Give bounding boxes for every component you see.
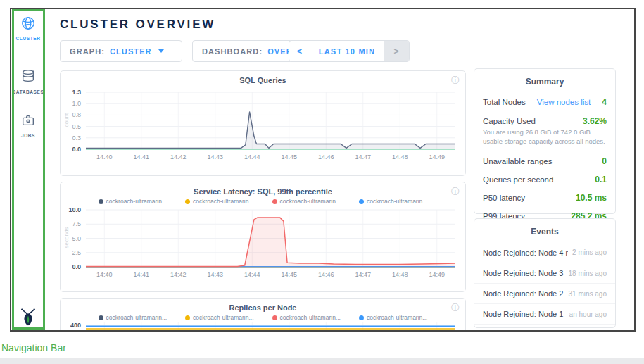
summary-row-p50: P50 latency 10.5 ms (474, 193, 615, 203)
legend-item[interactable]: cockroach-ultramarin... (185, 314, 253, 321)
summary-value: 0 (602, 156, 607, 166)
chart-legend: cockroach-ultramarin...cockroach-ultrama… (61, 314, 465, 321)
summary-value: 4 (602, 97, 607, 107)
legend-item[interactable]: cockroach-ultramarin... (99, 198, 167, 205)
y-axis-tick: 10.0 (61, 206, 81, 213)
database-icon (20, 69, 36, 87)
legend-label: cockroach-ultramarin... (280, 198, 341, 205)
legend-item[interactable]: cockroach-ultramarin... (99, 314, 167, 321)
navigation-bar: CLUSTER DATABASES (11, 9, 45, 330)
briefcase-icon (20, 113, 36, 131)
legend-label: cockroach-ultramarin... (193, 314, 253, 321)
event-row[interactable]: Node Rejoined: Node 3 rej...18 mins ago (474, 263, 615, 283)
sidebar-item-label: DATABASES (13, 89, 44, 94)
x-axis-tick: 14:41 (133, 153, 149, 161)
summary-label: Total Nodes (483, 98, 526, 106)
legend-dot-icon (99, 199, 103, 204)
bottom-strip (0, 358, 644, 364)
y-axis-tick: 0.0 (61, 146, 81, 153)
x-axis-tick: 14:43 (207, 153, 223, 161)
x-axis-tick: 14:45 (281, 271, 297, 278)
service-latency-chart: Service Latency: SQL, 99th percentile ⓘ … (60, 182, 466, 292)
view-nodes-list-link[interactable]: View nodes list (537, 98, 591, 106)
summary-value: 0.1 (595, 175, 607, 184)
y-axis-tick: 400 (61, 322, 81, 329)
summary-value: 10.5 ms (576, 193, 607, 203)
graph-dropdown[interactable]: GRAPH: CLUSTER (60, 40, 182, 62)
chevron-down-icon (158, 49, 164, 53)
y-axis-label: count (63, 99, 70, 141)
x-axis-tick: 14:47 (355, 271, 371, 278)
globe-icon (20, 15, 36, 34)
page-title: CLUSTER OVERVIEW (60, 18, 215, 32)
x-axis-tick: 14:49 (429, 271, 445, 278)
time-range-prev-button[interactable]: < (289, 41, 310, 61)
event-row[interactable]: Node Rejoined: Node 2 rej...31 mins ago (474, 283, 615, 303)
x-axis-tick: 14:40 (96, 153, 113, 161)
sidebar-item-label: CLUSTER (16, 36, 41, 41)
event-time: 31 mins ago (569, 290, 607, 298)
time-range-control: < LAST 10 MIN > (289, 40, 410, 62)
y-axis-tick: 1.3 (61, 89, 81, 96)
legend-dot-icon (99, 315, 103, 320)
dashboard-dropdown-label: DASHBOARD: (202, 47, 263, 56)
summary-row-qps: Queries per second 0.1 (474, 175, 615, 184)
x-axis-tick: 14:44 (244, 271, 260, 278)
legend-dot-icon (185, 199, 190, 204)
event-text: Node Rejoined: Node 2 rej... (483, 289, 564, 298)
y-axis-tick: 0.0 (61, 263, 81, 270)
graph-dropdown-label: GRAPH: (70, 47, 105, 56)
events-panel: Events Node Rejoined: Node 4 rej...2 min… (474, 218, 616, 328)
summary-row-capacity: Capacity Used 3.62% (474, 116, 615, 126)
legend-dot-icon (272, 199, 277, 204)
legend-label: cockroach-ultramarin... (193, 198, 253, 205)
annotation-label: Navigation Bar (1, 342, 66, 353)
x-axis-tick: 14:49 (429, 153, 445, 161)
legend-dot-icon (359, 315, 364, 320)
legend-label: cockroach-ultramarin... (106, 198, 167, 205)
x-axis-tick: 14:41 (133, 271, 149, 278)
sql-queries-chart: SQL Queries ⓘ 0.00.30.50.81.01.314:4014:… (60, 70, 466, 176)
legend-dot-icon (185, 315, 190, 320)
info-icon[interactable]: ⓘ (451, 75, 460, 87)
event-text: Node Rejoined: Node 3 rej... (483, 269, 564, 277)
info-icon[interactable]: ⓘ (451, 186, 460, 198)
summary-label: P50 latency (483, 194, 525, 202)
event-text: Node Rejoined: Node 4 rej... (483, 249, 568, 257)
x-axis-tick: 14:46 (318, 153, 334, 161)
sidebar-item-cluster[interactable]: CLUSTER (11, 15, 45, 41)
summary-panel: Summary Total Nodes View nodes list 4 Ca… (474, 68, 616, 214)
event-time: 18 mins ago (569, 270, 607, 277)
graph-dropdown-value: CLUSTER (110, 47, 152, 56)
event-row[interactable]: Node Rejoined: Node 4 rej...an hour ago (474, 324, 615, 332)
app-window: CLUSTER DATABASES (10, 8, 636, 332)
event-text: Node Rejoined: Node 1 rej... (483, 310, 565, 318)
sidebar-item-label: JOBS (21, 133, 35, 138)
events-title: Events (474, 219, 615, 237)
legend-item[interactable]: cockroach-ultramarin... (359, 314, 427, 321)
y-axis-label: seconds (63, 216, 70, 258)
summary-label: Unavailable ranges (483, 157, 552, 165)
capacity-note: You are using 26.8 GiB of 742.0 GiB usab… (474, 126, 615, 146)
legend-item[interactable]: cockroach-ultramarin... (185, 198, 253, 205)
x-axis-tick: 14:46 (318, 271, 334, 278)
x-axis-tick: 14:47 (355, 153, 371, 161)
summary-label: Capacity Used (483, 117, 536, 125)
event-time: an hour ago (569, 310, 607, 318)
info-icon[interactable]: ⓘ (451, 302, 460, 314)
cockroachdb-logo[interactable] (11, 308, 45, 326)
event-row[interactable]: Node Rejoined: Node 1 rej...an hour ago (474, 303, 615, 324)
time-range-label[interactable]: LAST 10 MIN (310, 41, 384, 61)
x-axis-tick: 14:42 (170, 153, 187, 161)
sidebar-item-databases[interactable]: DATABASES (11, 69, 45, 94)
legend-label: cockroach-ultramarin... (106, 314, 167, 321)
legend-label: cockroach-ultramarin... (280, 314, 341, 321)
legend-item[interactable]: cockroach-ultramarin... (272, 198, 341, 205)
summary-row-total-nodes: Total Nodes View nodes list 4 (474, 97, 615, 107)
legend-item[interactable]: cockroach-ultramarin... (359, 198, 427, 205)
event-text: Node Rejoined: Node 4 rej... (483, 330, 565, 332)
event-row[interactable]: Node Rejoined: Node 4 rej...2 mins ago (474, 242, 615, 263)
sidebar-item-jobs[interactable]: JOBS (11, 113, 45, 138)
legend-item[interactable]: cockroach-ultramarin... (272, 314, 341, 321)
x-axis-tick: 14:44 (244, 153, 260, 161)
